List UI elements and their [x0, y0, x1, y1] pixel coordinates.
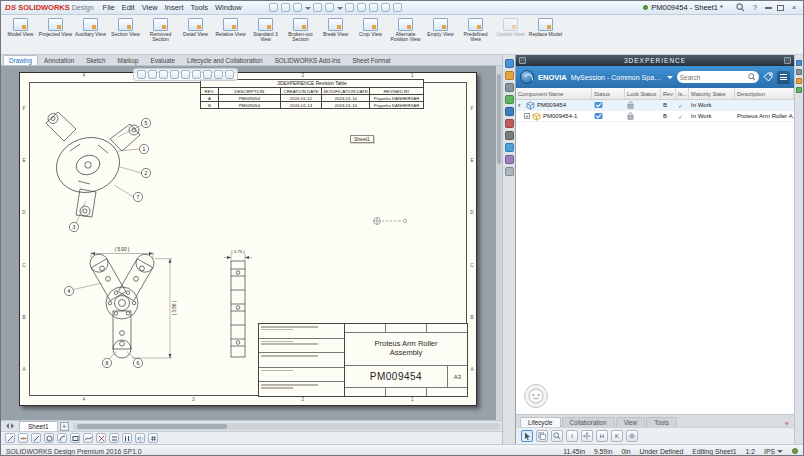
ribbon-auxiliary-view[interactable]: Auxiliary View	[73, 17, 108, 48]
front-dimension-width[interactable]	[91, 252, 153, 258]
edge-panel-icon[interactable]	[796, 60, 802, 66]
search-input[interactable]	[680, 74, 748, 81]
rectangle-icon[interactable]	[70, 433, 80, 443]
drawing-sheet[interactable]: 4 3 2 1 4 3 2 1 F E D C	[19, 72, 477, 406]
ribbon-standard-3-view[interactable]: Standard 3 View	[248, 17, 283, 48]
ribbon-predefined-view[interactable]: Predefined View	[458, 17, 493, 48]
ribbon-alternate-position-view[interactable]: Alternate Position View	[388, 17, 423, 48]
sheet-tab-sheet1[interactable]: Sheet1	[19, 421, 58, 431]
tab-solidworks-add-ins[interactable]: SOLIDWORKS Add-Ins	[269, 55, 347, 65]
restore-button[interactable]	[777, 5, 784, 11]
trim-icon[interactable]	[96, 433, 106, 443]
circle-icon[interactable]	[44, 433, 54, 443]
collapse-pane-icon[interactable]	[505, 167, 514, 176]
assistant-avatar-icon[interactable]	[524, 384, 548, 408]
vertical-scrollbar[interactable]	[496, 66, 502, 420]
hide-icon[interactable]: H	[596, 430, 608, 442]
next-sheet-icon[interactable]	[11, 423, 17, 429]
column-lock-status[interactable]: Lock Status	[625, 88, 661, 99]
hide-show-items-icon[interactable]	[203, 70, 212, 79]
ribbon-replace-model[interactable]: Replace Model	[528, 17, 563, 48]
select-icon[interactable]	[357, 3, 366, 12]
close-button[interactable]: ×	[789, 3, 799, 12]
center-mark-annotation[interactable]	[372, 215, 412, 227]
column-is[interactable]: Is...	[676, 88, 689, 99]
panel-pin-icon[interactable]	[784, 57, 791, 64]
previous-sheet-icon[interactable]	[3, 423, 9, 429]
front-drawing-view[interactable]: ( 5.00 ) ( 3.86 ) 4	[60, 245, 190, 370]
scrollbar-thumb[interactable]	[77, 424, 227, 429]
sheet-name-note[interactable]: Sheet1	[350, 135, 374, 143]
tab-view[interactable]: View	[616, 417, 646, 427]
arc-icon[interactable]	[57, 433, 67, 443]
ribbon-projected-view[interactable]: Projected View	[38, 17, 73, 48]
search-icon[interactable]	[736, 3, 745, 12]
undo-dropdown-icon[interactable]	[337, 3, 342, 12]
appearances-scenes-icon[interactable]	[505, 107, 514, 116]
chevron-down-icon[interactable]	[667, 76, 673, 82]
menu-tools[interactable]: Tools	[191, 3, 209, 12]
search-icon[interactable]	[748, 73, 756, 81]
measure-icon[interactable]: I	[566, 430, 578, 442]
edge-sync-icon[interactable]	[796, 87, 802, 93]
file-properties-icon[interactable]	[381, 3, 390, 12]
custom-properties-icon[interactable]	[505, 119, 514, 128]
view-settings-icon[interactable]	[225, 70, 234, 79]
ribbon-relative-view[interactable]: Relative View	[213, 17, 248, 48]
tab-drawing[interactable]: Drawing	[3, 55, 38, 65]
menu-window[interactable]: Window	[215, 3, 242, 12]
edge-settings-icon[interactable]	[796, 69, 802, 75]
solidworks-resources-icon[interactable]	[505, 59, 514, 68]
expand-plus-icon[interactable]: +	[524, 113, 530, 119]
balloon-8[interactable]: 8	[102, 358, 111, 367]
tab-annotation[interactable]: Annotation	[38, 55, 80, 65]
convert-entities-icon[interactable]	[109, 433, 119, 443]
ribbon-model-view[interactable]: Model View	[3, 17, 38, 48]
rebuild-icon[interactable]	[369, 3, 378, 12]
front-dimension-height[interactable]	[132, 259, 172, 358]
mirror-icon[interactable]	[135, 433, 145, 443]
column-description[interactable]: Description	[735, 88, 794, 99]
sheet-scale[interactable]: 1:2	[746, 448, 755, 455]
ribbon-crop-view[interactable]: Crop View	[353, 17, 388, 48]
column-rev[interactable]: Rev	[661, 88, 676, 99]
view-palette-icon[interactable]	[505, 95, 514, 104]
balloon-7[interactable]: 7	[133, 192, 142, 201]
options-icon[interactable]	[393, 3, 402, 12]
print-icon[interactable]	[313, 3, 322, 12]
select-cursor-icon[interactable]	[521, 430, 533, 442]
undo-icon[interactable]	[325, 3, 334, 12]
toolbox-icon[interactable]	[505, 155, 514, 164]
offset-icon[interactable]	[122, 433, 132, 443]
smart-dimension-icon[interactable]	[18, 433, 28, 443]
design-library-icon[interactable]	[505, 71, 514, 80]
3ds-compass-icon[interactable]	[520, 70, 534, 84]
menu-hamburger-icon[interactable]	[777, 71, 790, 84]
balloon-4[interactable]: 4	[64, 286, 73, 295]
balloon-1[interactable]: 1	[139, 144, 148, 153]
ribbon-section-view[interactable]: Section View	[108, 17, 143, 48]
component-row-pm009454[interactable]: ▾ PM009454 B ✓ In Work	[516, 100, 794, 111]
favorites-heart-icon[interactable]: ♥	[785, 420, 789, 427]
title-block[interactable]: Proteus Arm Roller Assembly PM009454 A3	[258, 323, 468, 397]
horizontal-scrollbar[interactable]	[73, 423, 500, 430]
column-maturity-state[interactable]: Maturity State	[689, 88, 735, 99]
keep-icon[interactable]: K	[611, 430, 623, 442]
search-box[interactable]	[677, 71, 759, 83]
pan-icon[interactable]	[581, 430, 593, 442]
side-dimension-width[interactable]	[224, 254, 252, 261]
tab-lifecycle-and-collaboration[interactable]: Lifecycle and Collaboration	[181, 55, 269, 65]
ribbon-empty-view[interactable]: Empty View	[423, 17, 458, 48]
column-status[interactable]: Status	[592, 88, 625, 99]
menu-insert[interactable]: Insert	[165, 3, 184, 12]
forum-icon[interactable]	[505, 143, 514, 152]
tag-icon[interactable]	[763, 72, 773, 82]
tab-sketch[interactable]: Sketch	[80, 55, 111, 65]
component-row-pm009454-1[interactable]: + PM009454-1 B ✓ In Work Proteus Arm Rol…	[516, 111, 794, 122]
tab-markup[interactable]: Markup	[112, 55, 145, 65]
edit-appearance-icon[interactable]	[214, 70, 223, 79]
expander-icon[interactable]: ▾	[518, 102, 524, 108]
balloon-6[interactable]: 6	[133, 358, 142, 367]
balloon-2[interactable]: 2	[141, 168, 150, 177]
view-orientation-icon[interactable]	[181, 70, 190, 79]
